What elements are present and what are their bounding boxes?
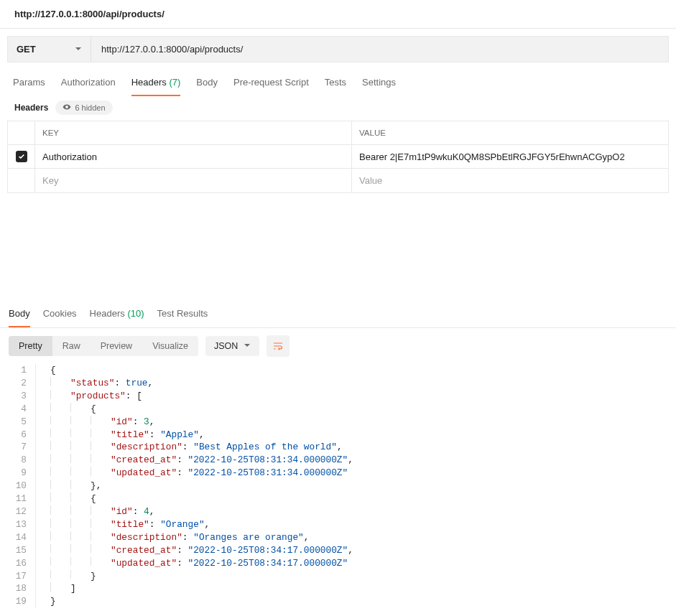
table-row: Key Value xyxy=(8,169,668,192)
view-raw-button[interactable]: Raw xyxy=(52,336,91,356)
headers-section-label: Headers xyxy=(14,103,48,113)
view-visualize-button[interactable]: Visualize xyxy=(142,336,198,356)
view-pretty-button[interactable]: Pretty xyxy=(9,336,52,356)
request-url-input[interactable] xyxy=(91,37,668,62)
eye-icon xyxy=(62,103,71,113)
view-preview-button[interactable]: Preview xyxy=(91,336,142,356)
header-value-input[interactable]: Value xyxy=(352,169,668,192)
header-key-cell[interactable]: Authorization xyxy=(35,145,352,168)
tab-prerequest[interactable]: Pre-request Script xyxy=(233,70,309,96)
resp-headers-count: (10) xyxy=(127,308,144,319)
resp-tab-test-results[interactable]: Test Results xyxy=(157,301,208,327)
table-row: Authorization Bearer 2|E7m1tP9wkuK0QM8SP… xyxy=(8,145,668,169)
tab-headers[interactable]: Headers (7) xyxy=(131,70,181,96)
chevron-down-icon xyxy=(244,341,251,351)
wrap-lines-button[interactable] xyxy=(267,335,290,357)
header-enabled-checkbox[interactable] xyxy=(16,151,27,162)
chevron-down-icon xyxy=(75,44,82,55)
tab-params[interactable]: Params xyxy=(13,70,45,96)
tab-headers-count: (7) xyxy=(169,77,180,88)
format-label: JSON xyxy=(214,341,238,351)
headers-table-header: KEY VALUE xyxy=(8,121,668,145)
tab-settings[interactable]: Settings xyxy=(362,70,396,96)
resp-tab-cookies[interactable]: Cookies xyxy=(43,301,77,327)
hidden-headers-toggle[interactable]: 6 hidden xyxy=(55,101,112,115)
request-url-bar: GET xyxy=(7,36,669,62)
hidden-headers-count: 6 hidden xyxy=(75,103,105,112)
http-method-select[interactable]: GET xyxy=(8,37,91,62)
response-tabs: Body Cookies Headers (10) Test Results xyxy=(0,301,676,328)
request-tab-title[interactable]: http://127.0.0.1:8000/api/products/ xyxy=(0,0,676,29)
response-body-toolbar: Pretty Raw Preview Visualize JSON xyxy=(0,328,676,364)
tab-authorization[interactable]: Authorization xyxy=(61,70,116,96)
tab-body[interactable]: Body xyxy=(196,70,218,96)
headers-table: KEY VALUE Authorization Bearer 2|E7m1tP9… xyxy=(7,121,669,193)
request-tabs: Params Authorization Headers (7) Body Pr… xyxy=(0,70,676,96)
json-code: {"status": true,"products": [{"id": 3,"t… xyxy=(36,364,353,608)
key-column-header: KEY xyxy=(35,121,352,144)
resp-tab-headers[interactable]: Headers (10) xyxy=(90,301,144,327)
resp-tab-body[interactable]: Body xyxy=(9,301,30,327)
header-key-input[interactable]: Key xyxy=(35,169,352,192)
line-number-gutter: 12345678910111213141516171819 xyxy=(0,364,36,608)
format-select[interactable]: JSON xyxy=(205,336,259,356)
value-column-header: VALUE xyxy=(352,121,668,144)
resp-headers-label: Headers xyxy=(90,308,125,319)
http-method-label: GET xyxy=(17,44,36,55)
wrap-icon xyxy=(272,340,284,352)
view-mode-buttons: Pretty Raw Preview Visualize xyxy=(9,336,198,356)
tab-tests[interactable]: Tests xyxy=(325,70,346,96)
header-value-cell[interactable]: Bearer 2|E7m1tP9wkuK0QM8SPbEtlRGJFGY5rEh… xyxy=(352,145,668,168)
tab-headers-label: Headers xyxy=(131,77,167,88)
response-body-viewer[interactable]: 12345678910111213141516171819 {"status":… xyxy=(0,364,676,615)
headers-subbar: Headers 6 hidden xyxy=(0,96,676,121)
